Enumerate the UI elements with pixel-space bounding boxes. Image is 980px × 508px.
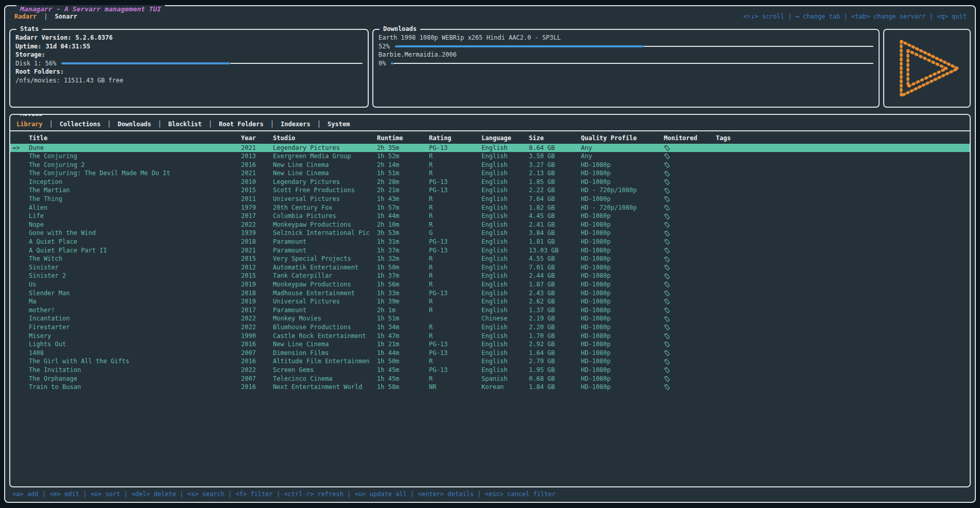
cell-quality-profile: HD-1080p: [581, 340, 664, 349]
servarr-tab-radarr[interactable]: Radarr: [14, 13, 37, 20]
cell-year: 2021: [241, 144, 273, 153]
cell-rating: R: [429, 280, 482, 289]
cell-quality-profile: HD-1080p: [581, 349, 664, 358]
cell-studio: Legendary Pictures: [273, 144, 377, 153]
table-row[interactable]: =>Dune2021Legendary Pictures2h 35mPG-13E…: [10, 144, 970, 153]
cell-title: Slender Man: [29, 289, 241, 298]
table-row[interactable]: The Conjuring: The Devil Made Me Do It20…: [10, 169, 970, 178]
cell-size: 7.64 GB: [529, 195, 581, 204]
uptime-label: Uptime:: [15, 42, 42, 51]
table-row[interactable]: Ma2019Universal Pictures1h 39mREnglish2.…: [10, 297, 970, 306]
cell-runtime: 1h 31m: [377, 238, 429, 246]
table-row[interactable]: Lights Out2016New Line Cinema1h 21mPG-13…: [10, 340, 970, 349]
table-row[interactable]: Firestarter2022Blumhouse Productions1h 3…: [10, 323, 970, 332]
radarr-version-label: Radarr Version:: [15, 33, 71, 42]
cell-rating: R: [429, 357, 482, 366]
tab-separator: │: [317, 121, 321, 128]
table-row[interactable]: 14082007Dimension Films1h 44mPG-13Englis…: [10, 349, 970, 358]
table-row[interactable]: Train to Busan2016Next Entertainment Wor…: [10, 383, 970, 392]
cell-year: 2022: [241, 366, 273, 375]
table-row[interactable]: The Invitation2022Screen Gems1h 45mPG-13…: [10, 366, 970, 375]
tab-root-folders[interactable]: Root Folders: [219, 121, 264, 128]
cell-language: English: [482, 152, 529, 161]
table-row[interactable]: Sinister 22015Tank Caterpillar1h 37mREng…: [10, 272, 970, 280]
cell-title: Lights Out: [29, 340, 241, 349]
tag-icon: [664, 222, 670, 228]
servarr-tab-sonarr[interactable]: Sonarr: [55, 13, 77, 20]
tab-library[interactable]: Library: [16, 121, 43, 128]
cell-title: The Witch: [29, 255, 241, 263]
monitored-cell: [664, 375, 716, 382]
cell-studio: Tank Caterpillar: [273, 272, 377, 280]
table-row[interactable]: Slender Man2018Madhouse Entertainment1h …: [10, 289, 970, 298]
table-row[interactable]: The Witch2015Very Special Projects1h 32m…: [10, 255, 970, 263]
monitored-cell: [664, 366, 716, 374]
table-row[interactable]: The Orphanage2007Telecinco Cinema1h 45mR…: [10, 375, 970, 383]
table-row[interactable]: The Thing2011Universal Pictures1h 43mREn…: [10, 195, 970, 204]
cell-runtime: 1h 45m: [377, 366, 429, 375]
cell-year: 2019: [241, 297, 273, 306]
table-row[interactable]: Life2017Columbia Pictures1h 44mREnglish4…: [10, 212, 970, 221]
cell-rating: R: [429, 306, 482, 315]
cell-year: 2015: [241, 186, 273, 195]
tab-blocklist[interactable]: Blocklist: [168, 121, 202, 128]
table-row[interactable]: Incantation2022Monkey Movies1h 51mChines…: [10, 314, 970, 323]
cell-language: English: [482, 349, 529, 358]
monitored-cell: [664, 273, 716, 280]
table-row[interactable]: Gone with the Wind1939Selznick Internati…: [10, 229, 970, 238]
cell-studio: Madhouse Entertainment: [273, 289, 377, 298]
cell-quality-profile: HD-1080p: [581, 289, 664, 298]
cell-size: 2.41 GB: [529, 221, 581, 229]
table-row[interactable]: The Girl with All the Gifts2016Altitude …: [10, 357, 970, 366]
tab-system[interactable]: System: [328, 121, 350, 128]
cell-quality-profile: HD - 720p/1080p: [581, 204, 664, 212]
cell-studio: Monkey Movies: [273, 314, 377, 323]
cell-runtime: 1h 57m: [377, 204, 429, 212]
tab-indexers[interactable]: Indexers: [281, 121, 311, 128]
cell-language: English: [482, 195, 529, 204]
table-row[interactable]: Sinister2012Automatik Entertainment1h 50…: [10, 263, 970, 272]
cell-studio: Dimension Films: [273, 349, 377, 358]
cell-title: Sinister: [29, 263, 241, 272]
table-header: TitleYearStudioRuntimeRatingLanguageSize…: [10, 132, 970, 144]
cell-year: 2017: [241, 212, 273, 221]
cell-language: English: [482, 246, 529, 255]
column-header-runtime: Runtime: [377, 132, 429, 144]
cell-quality-profile: HD-1080p: [581, 272, 664, 280]
tag-icon: [664, 298, 670, 305]
cell-year: 2022: [241, 221, 273, 229]
cell-year: 2013: [241, 152, 273, 161]
table-row[interactable]: Inception2010Legendary Pictures2h 28mPG-…: [10, 178, 970, 187]
monitored-cell: [664, 264, 716, 271]
cell-runtime: 1h 37m: [377, 246, 429, 255]
cell-language: English: [482, 178, 529, 187]
table-row[interactable]: The Conjuring 22016New Line Cinema2h 14m…: [10, 161, 970, 170]
monitored-cell: [664, 298, 716, 305]
cell-runtime: 1h 34m: [377, 323, 429, 332]
cell-size: 1.70 GB: [529, 332, 581, 341]
table-row[interactable]: mother!2017Paramount2h 1mREnglish1.37 GB…: [10, 306, 970, 315]
table-row[interactable]: A Quiet Place2018Paramount1h 31mPG-13Eng…: [10, 238, 970, 246]
monitored-cell: [664, 195, 716, 202]
cell-year: 2016: [241, 340, 273, 349]
table-row[interactable]: A Quiet Place Part II2021Paramount1h 37m…: [10, 246, 970, 255]
tab-collections[interactable]: Collections: [60, 121, 100, 128]
column-header-size: Size: [529, 132, 581, 144]
monitored-cell: [664, 324, 716, 331]
cell-year: 1979: [241, 204, 273, 212]
table-row[interactable]: Alien197920th Century Fox1h 57mREnglish1…: [10, 204, 970, 212]
cell-studio: Universal Pictures: [273, 195, 377, 204]
tab-downloads[interactable]: Downloads: [118, 121, 151, 128]
table-row[interactable]: Nope2022Monkeypaw Productions2h 10mREngl…: [10, 221, 970, 229]
root-folders-label: Root Folders:: [15, 67, 64, 76]
cell-year: 2011: [241, 195, 273, 204]
cell-year: 2017: [241, 306, 273, 315]
table-row[interactable]: The Martian2015Scott Free Productions2h …: [10, 186, 970, 195]
tag-icon: [664, 145, 670, 151]
column-header-tags: Tags: [716, 132, 970, 144]
cell-rating: PG-13: [429, 366, 482, 375]
table-row[interactable]: Misery1990Castle Rock Entertainment1h 47…: [10, 332, 970, 341]
table-row[interactable]: The Conjuring2013Evergreen Media Group1h…: [10, 152, 970, 161]
table-row[interactable]: Us2019Monkeypaw Productions1h 56mREnglis…: [10, 280, 970, 289]
cell-title: Ma: [29, 297, 241, 306]
